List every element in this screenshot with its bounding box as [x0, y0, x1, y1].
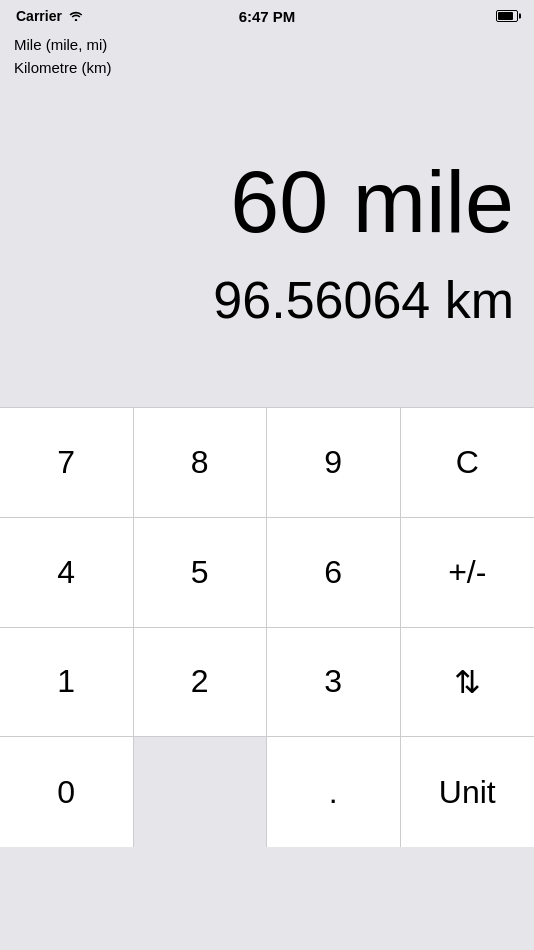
key-9[interactable]: 9: [267, 408, 401, 518]
battery-icon: [496, 10, 518, 22]
key-3[interactable]: 3: [267, 628, 401, 738]
primary-value: 60 mile: [20, 154, 514, 251]
status-left: Carrier: [16, 8, 84, 24]
unit-option-mile[interactable]: Mile (mile, mi): [14, 34, 520, 57]
key-5[interactable]: 5: [134, 518, 268, 628]
display-area: 60 mile 96.56064 km: [0, 87, 534, 407]
empty-key: [134, 737, 268, 847]
keypad: 789C456+/-123⇅0.Unit: [0, 407, 534, 847]
key-7[interactable]: 7: [0, 408, 134, 518]
secondary-value: 96.56064 km: [20, 270, 514, 330]
key-8[interactable]: 8: [134, 408, 268, 518]
key-0[interactable]: 0: [0, 737, 134, 847]
status-bar: Carrier 6:47 PM: [0, 0, 534, 30]
top-section: Carrier 6:47 PM Mile (mile, mi) Kilometr…: [0, 0, 534, 407]
carrier-label: Carrier: [16, 8, 62, 24]
unit-option-km[interactable]: Kilometre (km): [14, 57, 520, 80]
status-right: [496, 10, 518, 22]
key-1[interactable]: 1: [0, 628, 134, 738]
decimal-button[interactable]: .: [267, 737, 401, 847]
clear-button[interactable]: C: [401, 408, 535, 518]
key-2[interactable]: 2: [134, 628, 268, 738]
status-time: 6:47 PM: [239, 8, 296, 25]
plus-minus-button[interactable]: +/-: [401, 518, 535, 628]
key-4[interactable]: 4: [0, 518, 134, 628]
unit-button[interactable]: Unit: [401, 737, 535, 847]
wifi-icon: [68, 8, 84, 24]
swap-button[interactable]: ⇅: [401, 628, 535, 738]
key-6[interactable]: 6: [267, 518, 401, 628]
unit-selector[interactable]: Mile (mile, mi) Kilometre (km): [0, 30, 534, 87]
